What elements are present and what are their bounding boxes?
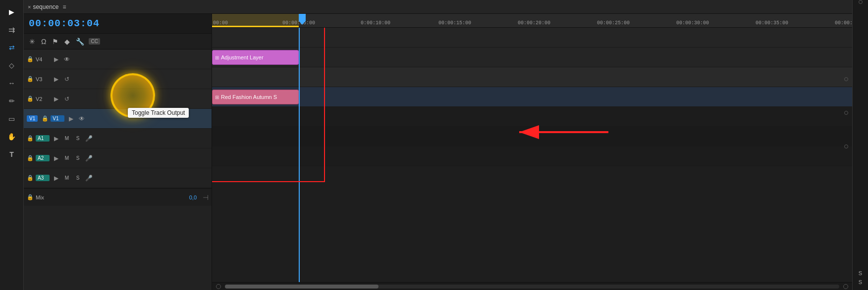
lock-icon-v4[interactable]: 🔒 — [27, 56, 34, 62]
mic-a2[interactable]: 🎤 — [84, 155, 93, 162]
ruler-label-25: 00:00:25:00 — [597, 20, 630, 26]
wrench-icon[interactable]: 🔧 — [74, 36, 86, 47]
track-row-v4: 🔒 V4 ▶ 👁 — [24, 49, 212, 69]
lock-icon-mix[interactable]: 🔒 — [27, 194, 34, 200]
track-label-a2: A2 — [36, 155, 50, 161]
lock-icon-a2[interactable]: 🔒 — [27, 155, 34, 161]
left-toolbar: ▶ ⇉ ⇄ ◇ ↔ ✏ ▭ ✋ T — [0, 0, 24, 290]
track-label-v2: V2 — [36, 96, 50, 102]
add-track-icon[interactable]: ✳ — [28, 36, 37, 47]
timeline-wrapper: 00:00 00:00:05:00 0:00:10:00 00:00:15:00… — [212, 14, 852, 290]
razor-tool[interactable]: ◇ — [4, 57, 20, 73]
source-icon-v3[interactable]: ▶ — [52, 76, 60, 83]
adjustment-layer-clip[interactable]: ⊞ Adjustment Layer — [212, 50, 299, 65]
scroll-track[interactable] — [225, 285, 839, 289]
scroll-start-indicator — [216, 284, 221, 289]
ruler-playhead — [299, 14, 306, 27]
scroll-dots — [844, 77, 848, 148]
track-label-v4: V4 — [36, 56, 50, 62]
pen-tool[interactable]: ✏ — [4, 93, 20, 109]
source-icon-v1[interactable]: ▶ — [66, 115, 75, 122]
bottom-scroll[interactable] — [212, 282, 852, 290]
right-panel: S S — [852, 0, 868, 290]
timeline-v3: ⊞ Adjustment Layer — [212, 48, 852, 67]
source-icon-v2[interactable]: ▶ — [52, 96, 60, 102]
video-clip[interactable]: ⊞ Red Fashion Autumn S — [212, 90, 299, 104]
ruler-label-15: 00:00:15:00 — [438, 20, 471, 26]
sync-icon-v2[interactable]: ↺ — [62, 96, 71, 102]
track-row-v1: V1 🔒 V1 ▶ 👁 — [24, 109, 212, 129]
mix-row: 🔒 Mix 0,0 ⊣ — [24, 188, 212, 206]
mix-label: Mix — [36, 194, 44, 200]
cc-badge: CC — [89, 38, 100, 45]
playhead — [299, 28, 300, 282]
scroll-end-indicator — [843, 284, 848, 289]
timeline-area: 00:00 00:00:05:00 0:00:10:00 00:00:15:00… — [212, 14, 852, 290]
source-icon-a1[interactable]: ▶ — [52, 135, 60, 142]
source-icon-a3[interactable]: ▶ — [52, 175, 60, 182]
timeline-tracks-container: ⊞ Adjustment Layer ⊞ Red Fashion Autumn … — [212, 28, 852, 282]
timeline-v2 — [212, 67, 852, 87]
mix-end-icon[interactable]: ⊣ — [203, 193, 209, 201]
mute-a1[interactable]: M — [62, 136, 71, 141]
source-icon-a2[interactable]: ▶ — [52, 155, 60, 162]
mute-a3[interactable]: M — [62, 175, 71, 181]
scroll-dot-3 — [844, 145, 848, 148]
right-scroll-dot-top — [859, 0, 863, 4]
text-tool[interactable]: T — [4, 146, 20, 162]
lock-icon-a1[interactable]: 🔒 — [27, 135, 34, 142]
track-row-v3: 🔒 V3 ▶ ↺ — [24, 69, 212, 89]
adjustment-clip-label: Adjustment Layer — [221, 54, 264, 60]
snap-icon[interactable]: Ω — [40, 36, 48, 47]
track-label-a1: A1 — [36, 135, 50, 142]
mic-a3[interactable]: 🎤 — [84, 175, 93, 182]
ripple-tool[interactable]: ⇄ — [4, 40, 20, 55]
mute-a2[interactable]: M — [62, 155, 71, 161]
mic-a1[interactable]: 🎤 — [84, 135, 93, 142]
right-s-button-2[interactable]: S — [859, 279, 862, 285]
timeline-a3 — [212, 146, 852, 166]
track-row-v2: 🔒 V2 ▶ ↺ — [24, 89, 212, 109]
v1-active-badge[interactable]: V1 — [27, 115, 38, 122]
tab-close-button[interactable]: × — [28, 4, 31, 10]
track-label-v1: V1 — [51, 115, 64, 122]
video-clip-label: Red Fashion Autumn S — [221, 94, 277, 100]
scroll-dot-1 — [844, 77, 848, 81]
ruler-label-30: 00:00:30:00 — [676, 20, 709, 26]
tab-menu-button[interactable]: ≡ — [62, 3, 66, 10]
ruler-label-10: 0:00:10:00 — [361, 20, 390, 26]
lock-icon-a3[interactable]: 🔒 — [27, 175, 34, 181]
solo-a2[interactable]: S — [73, 155, 82, 161]
ruler-label-35: 00:00:35:00 — [756, 20, 788, 26]
settings-icon[interactable]: ◆ — [63, 36, 71, 47]
time-ruler[interactable]: 00:00 00:00:05:00 0:00:10:00 00:00:15:00… — [212, 14, 852, 28]
marker-icon[interactable]: ⚑ — [51, 36, 60, 47]
hand-tool[interactable]: ✋ — [4, 129, 20, 145]
timeline-a2 — [212, 127, 852, 146]
track-label-a3: A3 — [36, 175, 50, 181]
lock-icon-v1[interactable]: 🔒 — [42, 115, 49, 122]
source-icon-v4[interactable]: ▶ — [52, 56, 60, 63]
ruler-label-40: 00:00:40:00 — [835, 20, 852, 26]
track-row-a2: 🔒 A2 ▶ M S 🎤 — [24, 148, 212, 168]
multitrack-tool[interactable]: ⇉ — [4, 22, 20, 38]
resize-tool[interactable]: ↔ — [4, 75, 20, 91]
lock-icon-v2[interactable]: 🔒 — [27, 96, 34, 102]
timecode-display[interactable]: 00:00:03:04 — [29, 18, 100, 29]
rect-tool[interactable]: ▭ — [4, 111, 20, 127]
tracks-list: Toggle Track Output 🔒 V4 ▶ 👁 🔒 V3 ▶ ↺ — [24, 49, 212, 290]
mix-value: 0,0 — [189, 194, 197, 200]
right-s-button-1[interactable]: S — [859, 270, 862, 276]
timeline-v4 — [212, 28, 852, 48]
solo-a3[interactable]: S — [73, 175, 82, 181]
solo-a1[interactable]: S — [73, 136, 82, 141]
eye-icon-v4[interactable]: 👁 — [62, 56, 71, 63]
sync-icon-v3[interactable]: ↺ — [62, 76, 71, 83]
lock-icon-v3[interactable]: 🔒 — [27, 76, 34, 82]
eye-icon-v1[interactable]: 👁 — [77, 115, 86, 122]
scroll-dot-2 — [844, 111, 848, 115]
scroll-thumb[interactable] — [225, 285, 379, 289]
tab-title: sequence — [33, 3, 58, 10]
sequence-editor: 00:00:03:04 ✳ Ω ⚑ ◆ 🔧 CC Toggle Track Ou… — [24, 14, 852, 290]
selection-tool[interactable]: ▶ — [4, 4, 20, 20]
